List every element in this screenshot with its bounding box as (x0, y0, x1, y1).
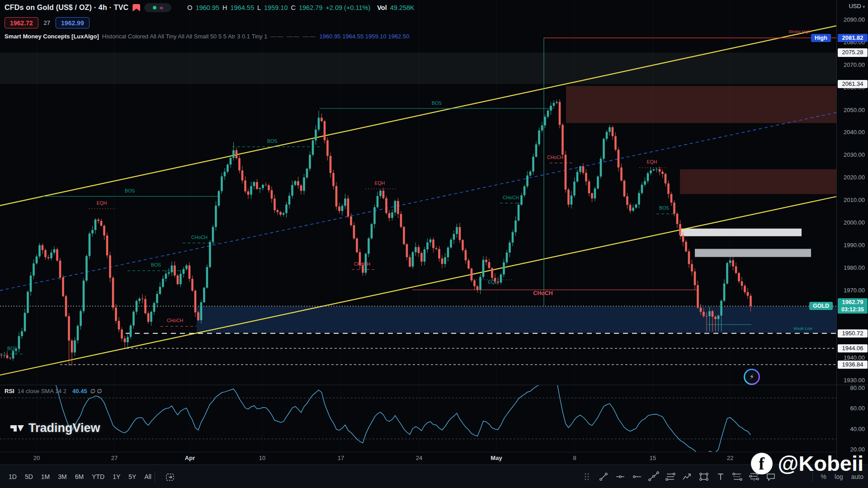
ohlc-part: 49.258K (390, 4, 415, 11)
rsi-tick: 60.00 (850, 405, 865, 412)
rsi-line (42, 380, 751, 455)
rsi-pane (0, 380, 836, 455)
currency-selector[interactable]: USD ▾ (837, 3, 865, 9)
flag-icon[interactable] (132, 4, 140, 12)
ohlc-part: 1960.95 (196, 4, 219, 11)
range-button-3m[interactable]: 3M (55, 471, 70, 482)
controls-divider (812, 472, 813, 482)
toolbar-divider (155, 471, 155, 482)
horizontal-ray-icon[interactable] (630, 470, 644, 483)
range-button-6m[interactable]: 6M (72, 471, 87, 482)
scale-controls: %logauto (812, 465, 863, 488)
gold-tag: GOLD (809, 302, 833, 310)
symbol-header: CFDs on Gold (US$ / OZ) · 4h · TVC ≈ O19… (5, 3, 415, 12)
svg-text:BOS: BOS (432, 100, 442, 106)
rsi-tick: 40.00 (850, 425, 865, 432)
ohlc-part: O (187, 4, 192, 11)
fib-retracement-icon[interactable] (731, 470, 744, 483)
text-tool-icon[interactable] (714, 470, 727, 483)
range-button-5y[interactable]: 5Y (125, 471, 139, 482)
rsi-tick: 20.00 (850, 446, 865, 453)
parallel-channel-icon[interactable] (664, 470, 677, 483)
price-tick: 1990.00 (844, 241, 865, 248)
rectangle-icon[interactable] (697, 470, 711, 483)
range-button-1d[interactable]: 1D (5, 471, 20, 482)
time-tick: May (487, 455, 505, 461)
rsi-legend[interactable]: RSI 14 close SMA 14 2 40.45 ∅ ∅ (5, 388, 102, 394)
tradingview-logo[interactable]: TradingView (10, 421, 100, 435)
ohlc-values: O1960.95H1964.55L1959.10C1962.79+2.09 (+… (187, 4, 414, 11)
pattern-arrow-icon[interactable] (680, 470, 694, 483)
rsi-title[interactable]: RSI (5, 388, 14, 394)
time-tick: 8 (566, 455, 584, 461)
svg-text:BOS: BOS (125, 188, 135, 193)
svg-text:CHoCH: CHoCH (167, 318, 183, 323)
lightning-icon: ⚡ (745, 370, 759, 384)
time-tick: 15 (644, 455, 662, 461)
price-tick: 2070.00 (844, 61, 865, 68)
scale-auto-button[interactable]: auto (851, 473, 863, 480)
approx-icon: ≈ (160, 5, 163, 11)
market-status-pill[interactable]: ≈ (144, 3, 171, 12)
rsi-value: 40.45 (72, 388, 87, 394)
fib-channel-icon[interactable] (747, 470, 761, 483)
scale-log-button[interactable]: log (835, 473, 843, 480)
comment-icon[interactable] (764, 470, 778, 483)
price-axis[interactable]: USD ▾ 2090.002080.002070.002060.002050.0… (836, 0, 868, 465)
range-button-1m[interactable]: 1M (38, 471, 53, 482)
svg-text:BOS: BOS (151, 262, 161, 267)
high-tag: High (811, 34, 831, 42)
trend-line-icon[interactable] (597, 470, 610, 483)
indicator-title[interactable]: Smart Money Concepts [LuxAlgo] (5, 33, 99, 40)
price-tick: 2090.00 (844, 16, 865, 23)
tradingview-logo-text: TradingView (28, 421, 100, 435)
spread-value: 27 (44, 19, 50, 26)
market-open-dot (153, 6, 156, 9)
go-to-date-icon (165, 471, 175, 482)
price-tick: 1970.00 (844, 286, 865, 293)
ohlc-part: Vol (377, 4, 387, 11)
price-label: 1944.06 (838, 344, 868, 352)
quick-action-button[interactable]: ⚡ (744, 369, 760, 385)
svg-text:BOS: BOS (659, 205, 669, 211)
ohlc-part: H (222, 4, 227, 11)
range-button-all[interactable]: All (141, 471, 155, 482)
date-range-buttons: 1D5D1M3M6MYTD1Y5YAll (5, 465, 155, 488)
bottom-toolbar: 1D5D1M3M6MYTD1Y5YAll %logauto (0, 465, 868, 488)
scale-percent-button[interactable]: % (821, 473, 826, 480)
price-label: 1936.84 (838, 361, 868, 369)
svg-text:EQH: EQH (97, 200, 107, 206)
rsi-empty-values: ∅ ∅ (90, 388, 102, 394)
quote-row: 1962.72 27 1962.99 (5, 17, 90, 28)
indicator-legend[interactable]: Smart Money Concepts [LuxAlgo] Historica… (5, 33, 409, 40)
price-label: 2081.82 (838, 34, 868, 42)
bid-price[interactable]: 1962.72 (5, 17, 38, 28)
svg-text:EQL: EQL (488, 279, 497, 285)
chart-canvas[interactable]: BOSBOSBOSEQHCHoCHBOSCHoCHBOSEQHCHoCHEQLC… (0, 0, 868, 488)
range-button-1y[interactable]: 1Y (109, 471, 123, 482)
range-button-5d[interactable]: 5D (22, 471, 36, 482)
svg-text:CHoCH: CHoCH (533, 290, 553, 296)
drag-handle-icon (580, 470, 594, 483)
go-to-date-button[interactable] (163, 469, 177, 484)
price-label: 2075.28 (838, 48, 868, 56)
range-button-ytd[interactable]: YTD (89, 471, 108, 482)
drawing-tools (580, 465, 778, 488)
indicator-values: 1960.95 1964.55 1959.10 1962.50 (320, 33, 410, 40)
indicator-params: Historical Colored All All Tiny All All … (102, 33, 268, 40)
chevron-down-icon: ▾ (863, 5, 865, 9)
ohlc-part: C (291, 4, 295, 11)
horizontal-line-icon[interactable] (613, 470, 627, 483)
time-axis[interactable]: 2027Apr101724May81522 (0, 452, 836, 465)
disjoint-channel-icon[interactable] (647, 470, 660, 483)
svg-text:EQH: EQH (375, 180, 385, 186)
svg-text:BOS: BOS (267, 138, 277, 144)
symbol-title[interactable]: CFDs on Gold (US$ / OZ) · 4h · TVC (5, 4, 128, 12)
price-tick: 2000.00 (844, 219, 865, 225)
price-label: 1962.7903:12:35 (838, 299, 868, 314)
price-label: 1950.72 (838, 329, 868, 338)
svg-text:BOS: BOS (7, 346, 17, 351)
ohlc-part: +2.09 (+0.11%) (326, 4, 370, 11)
time-tick: 17 (332, 455, 350, 461)
ask-price[interactable]: 1962.99 (56, 17, 90, 28)
